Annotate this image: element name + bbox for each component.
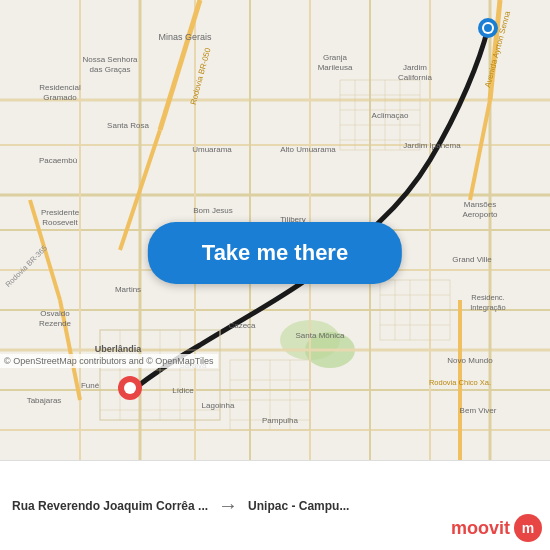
svg-text:Nossa Senhora: Nossa Senhora — [82, 55, 138, 64]
svg-text:Presidente: Presidente — [41, 208, 80, 217]
map-area: Minas Gerais Nossa Senhora das Graças Gr… — [0, 0, 550, 460]
svg-text:Mansões: Mansões — [464, 200, 496, 209]
svg-text:Integração: Integração — [470, 303, 505, 312]
main-container: Minas Gerais Nossa Senhora das Graças Gr… — [0, 0, 550, 550]
svg-text:Lagoinha: Lagoinha — [202, 401, 235, 410]
svg-text:Uberlândia: Uberlândia — [95, 344, 143, 354]
bottom-bar: Rua Reverendo Joaquim Corrêa ... → Unipa… — [0, 460, 550, 550]
svg-text:Aeroporto: Aeroporto — [462, 210, 498, 219]
svg-text:Roosevelt: Roosevelt — [42, 218, 78, 227]
svg-text:Cazeca: Cazeca — [228, 321, 256, 330]
svg-text:Grand Ville: Grand Ville — [452, 255, 492, 264]
svg-point-60 — [484, 24, 492, 32]
svg-text:Pacaembú: Pacaembú — [39, 156, 77, 165]
svg-text:das Graças: das Graças — [90, 65, 131, 74]
svg-text:Pampulha: Pampulha — [262, 416, 299, 425]
svg-text:Minas Gerais: Minas Gerais — [158, 32, 212, 42]
svg-text:Residencial: Residencial — [39, 83, 81, 92]
svg-text:Tabajaras: Tabajaras — [27, 396, 62, 405]
svg-text:Residenc.: Residenc. — [471, 293, 504, 302]
moovit-brand-icon: m — [514, 514, 542, 542]
moovit-logo: moovit m — [451, 514, 542, 542]
svg-text:Alto Umuarama: Alto Umuarama — [280, 145, 336, 154]
from-location: Rua Reverendo Joaquim Corrêa ... — [12, 499, 208, 513]
moovit-brand-text: moovit — [451, 518, 510, 539]
svg-text:Santa Mônica: Santa Mônica — [296, 331, 345, 340]
svg-point-62 — [124, 382, 136, 394]
svg-text:Martins: Martins — [115, 285, 141, 294]
svg-text:Rodovia Chico Xa.: Rodovia Chico Xa. — [429, 378, 491, 387]
arrow-icon: → — [218, 494, 238, 517]
svg-text:Osvaldo: Osvaldo — [40, 309, 70, 318]
svg-text:Lídice: Lídice — [172, 386, 194, 395]
svg-text:Bem Viver: Bem Viver — [460, 406, 497, 415]
svg-text:Santa Rosa: Santa Rosa — [107, 121, 149, 130]
svg-text:Aclimaçao: Aclimaçao — [372, 111, 409, 120]
svg-text:Umuarama: Umuarama — [192, 145, 232, 154]
to-location: Unipac - Campu... — [248, 499, 349, 513]
svg-text:Jardim: Jardim — [403, 63, 427, 72]
svg-text:Marileusa: Marileusa — [318, 63, 353, 72]
take-me-there-button[interactable]: Take me there — [148, 222, 402, 284]
svg-text:Bom Jesus: Bom Jesus — [193, 206, 233, 215]
to-place-name: Unipac - Campu... — [248, 499, 349, 513]
svg-text:Granja: Granja — [323, 53, 348, 62]
svg-text:Gramado: Gramado — [43, 93, 77, 102]
svg-text:Jardim Ipanema: Jardim Ipanema — [403, 141, 461, 150]
from-place-name: Rua Reverendo Joaquim Corrêa ... — [12, 499, 208, 513]
svg-text:Rezende: Rezende — [39, 319, 72, 328]
map-attribution: © OpenStreetMap contributors and © OpenM… — [0, 354, 218, 368]
svg-text:Funé: Funé — [81, 381, 100, 390]
svg-text:Novo Mundo: Novo Mundo — [447, 356, 493, 365]
svg-text:California: California — [398, 73, 432, 82]
